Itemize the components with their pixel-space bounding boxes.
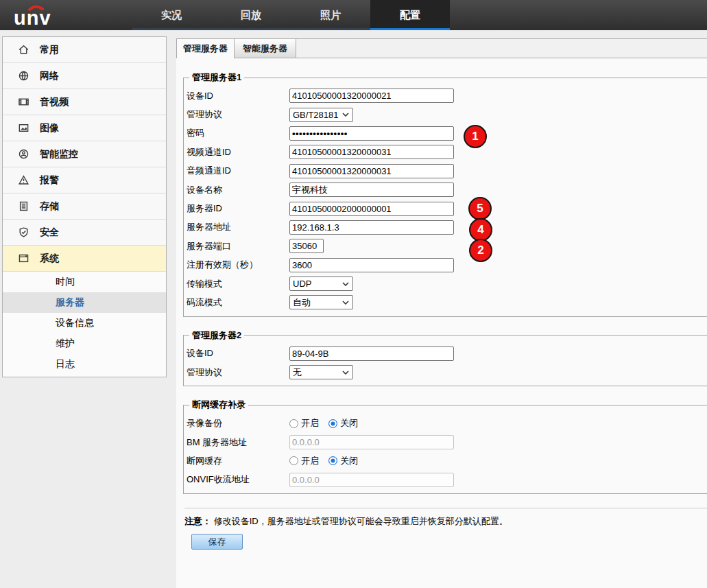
submenu-item-log[interactable]: 日志 — [3, 354, 166, 375]
chevron-down-icon — [342, 113, 349, 117]
save-button[interactable]: 保存 — [191, 534, 243, 550]
video-channel-id-input[interactable] — [289, 145, 454, 159]
note-text: 注意： 修改设备ID，服务器地址或管理协议可能会导致重启并恢复部分默认配置。 — [183, 515, 707, 528]
sidebar-item-audio-video-label: 音视频 — [40, 96, 69, 108]
server-port-row: 服务器端口 — [187, 237, 707, 255]
register-validity-label: 注册有效期（秒） — [187, 259, 289, 271]
transport-mode-select[interactable]: UDP — [289, 277, 353, 291]
server-address-label: 服务器地址 — [187, 221, 289, 233]
offline-cache-off-radio[interactable]: 关闭 — [328, 455, 358, 467]
server-id-row: 服务器ID — [187, 199, 707, 217]
main-nav: 实况 回放 照片 配置 — [132, 0, 450, 30]
device-id2-input[interactable] — [289, 346, 454, 361]
nav-tab-setup[interactable]: 配置 — [370, 0, 450, 30]
sidebar-item-smart-monitoring[interactable]: 智能监控 — [3, 141, 166, 167]
record-backup-on-radio[interactable]: 开启 — [289, 417, 319, 430]
sidebar-item-network[interactable]: 网络 — [3, 63, 166, 89]
annotation-badge-4: 4 — [469, 218, 492, 242]
management-server1-section: 管理服务器1 设备ID 管理协议 GB/T28181 密码 视频通道ID 音频通… — [183, 71, 707, 317]
tab-intelligent-server[interactable]: 智能服务器 — [235, 39, 296, 58]
server-id-input[interactable] — [289, 202, 454, 216]
tab-management-server-label: 管理服务器 — [183, 43, 228, 55]
system-submenu: 时间 服务器 设备信息 维护 日志 — [3, 272, 166, 377]
protocol-row: 管理协议 GB/T28181 — [187, 105, 707, 124]
bm-server-address-input — [289, 435, 454, 449]
image-icon — [18, 122, 29, 134]
sidebar-item-security-label: 安全 — [40, 226, 59, 239]
submenu-item-device-info[interactable]: 设备信息 — [3, 313, 166, 333]
server-address-input[interactable] — [289, 220, 454, 235]
sidebar-item-storage[interactable]: 存储 — [3, 193, 166, 220]
protocol2-row: 管理协议 无 — [187, 363, 707, 381]
stream-mode-select-value: 自动 — [293, 296, 311, 309]
audio-channel-id-label: 音频通道ID — [187, 165, 289, 177]
register-validity-input[interactable] — [289, 258, 454, 272]
offline-cache-section: 断网缓存补录 录像备份 开启 关闭 BM 服务器地址 断网缓存 开启 关闭 ON… — [183, 399, 707, 494]
sidebar-item-alarm[interactable]: 报警 — [3, 167, 166, 193]
note-body: 修改设备ID，服务器地址或管理协议可能会导致重启并恢复部分默认配置。 — [214, 516, 508, 526]
film-icon — [18, 96, 29, 108]
device-name-input[interactable] — [289, 183, 454, 197]
device-id-input[interactable] — [289, 89, 454, 103]
video-channel-id-label: 视频通道ID — [187, 146, 289, 158]
management-server2-section: 管理服务器2 设备ID 管理协议 无 — [183, 329, 707, 387]
sidebar: 常用 网络 音视频 图像 智能监控 报警 存储 安全 系统 时间 服务器 设备信… — [2, 36, 167, 377]
submenu-item-device-info-label: 设备信息 — [56, 317, 94, 329]
nav-tab-photo[interactable]: 照片 — [291, 0, 370, 30]
tab-management-server[interactable]: 管理服务器 — [176, 38, 235, 58]
protocol-select[interactable]: GB/T28181 — [289, 108, 353, 122]
offline-cache-label: 断网缓存 — [187, 455, 289, 467]
video-channel-id-row: 视频通道ID — [187, 143, 707, 161]
device-name-row: 设备名称 — [187, 180, 707, 199]
offline-cache-on-radio[interactable]: 开启 — [289, 455, 319, 467]
sidebar-item-security[interactable]: 安全 — [3, 220, 166, 246]
protocol2-select[interactable]: 无 — [289, 365, 353, 379]
audio-channel-id-input[interactable] — [289, 164, 454, 178]
record-backup-row: 录像备份 开启 关闭 — [187, 414, 707, 432]
shield-check-icon — [18, 226, 29, 238]
person-circle-icon — [18, 148, 29, 160]
offline-cache-off-label: 关闭 — [340, 455, 358, 467]
device-id-label: 设备ID — [187, 90, 289, 102]
nav-tab-live[interactable]: 实况 — [132, 0, 211, 30]
device-name-label: 设备名称 — [187, 184, 289, 196]
content-tabstrip: 管理服务器 智能服务器 — [176, 38, 707, 58]
record-backup-radio-group: 开启 关闭 — [289, 417, 358, 430]
server-port-input[interactable] — [289, 239, 324, 253]
stream-mode-label: 码流模式 — [187, 296, 289, 309]
record-backup-off-radio[interactable]: 关闭 — [328, 417, 358, 430]
record-backup-off-label: 关闭 — [340, 417, 358, 430]
sidebar-item-network-label: 网络 — [40, 70, 59, 82]
management-server1-legend: 管理服务器1 — [189, 71, 244, 84]
nav-tab-playback[interactable]: 回放 — [211, 0, 291, 30]
device-id2-row: 设备ID — [187, 344, 707, 363]
nav-tab-photo-label: 照片 — [320, 9, 341, 22]
sidebar-item-system[interactable]: 系统 — [3, 246, 166, 272]
submenu-item-server-label: 服务器 — [56, 296, 84, 309]
protocol2-select-value: 无 — [293, 366, 302, 379]
password-input[interactable] — [289, 126, 454, 141]
password-row: 密码 — [187, 124, 707, 143]
submenu-item-log-label: 日志 — [56, 358, 75, 371]
sidebar-item-image[interactable]: 图像 — [3, 115, 166, 141]
record-backup-on-label: 开启 — [301, 417, 319, 430]
submenu-item-time[interactable]: 时间 — [3, 272, 166, 292]
protocol2-label: 管理协议 — [187, 366, 289, 379]
globe-icon — [18, 70, 29, 82]
submenu-item-server[interactable]: 服务器 — [3, 292, 166, 313]
transport-mode-select-value: UDP — [293, 279, 311, 289]
logo-text: unv — [14, 7, 51, 28]
unv-logo: unv — [10, 3, 63, 30]
offline-cache-row: 断网缓存 开启 关闭 — [187, 451, 707, 470]
submenu-item-maintenance[interactable]: 维护 — [3, 333, 166, 354]
nav-tab-live-label: 实况 — [161, 9, 182, 22]
sidebar-item-common[interactable]: 常用 — [3, 37, 166, 63]
register-validity-row: 注册有效期（秒） — [187, 256, 707, 274]
sidebar-item-storage-label: 存储 — [40, 200, 59, 213]
sidebar-item-audio-video[interactable]: 音视频 — [3, 89, 166, 115]
radio-circle-icon — [328, 419, 337, 428]
stream-mode-select[interactable]: 自动 — [289, 295, 353, 309]
bm-server-address-label: BM 服务器地址 — [187, 436, 289, 449]
chevron-down-icon — [342, 371, 349, 375]
onvif-address-label: ONVIF收流地址 — [187, 473, 289, 486]
